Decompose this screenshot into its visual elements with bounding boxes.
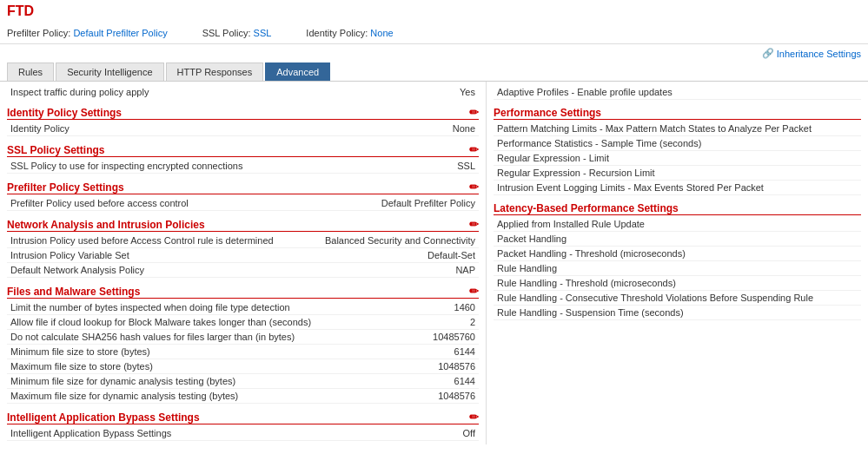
app-header: FTD Prefilter Policy: Default Prefilter … — [0, 0, 868, 82]
rule-handling-suspension-row: Rule Handling - Suspension Time (seconds… — [494, 306, 861, 320]
identity-policy-row: Identity Policy None — [7, 122, 479, 136]
identity-policy-item: Identity Policy: None — [306, 28, 393, 38]
rule-handling-threshold-label: Rule Handling - Threshold (microseconds) — [497, 278, 676, 288]
prefilter-section-header: Prefilter Policy Settings ✏ — [7, 181, 479, 194]
cloud-lookup-value: 2 — [406, 317, 475, 327]
network-analysis-section-header: Network Analysis and Intrusion Policies … — [7, 218, 479, 232]
ssl-policy-title: SSL Policy Settings — [7, 144, 104, 156]
max-store-value: 1048576 — [406, 361, 475, 372]
perf-stats-row: Performance Statistics - Sample Time (se… — [494, 136, 861, 151]
files-malware-section-header: Files and Malware Settings ✏ — [7, 285, 479, 299]
left-panel: Inspect traffic during policy apply Yes … — [0, 82, 487, 444]
identity-policy-value: None — [406, 123, 475, 134]
variable-set-value: Default-Set — [406, 250, 475, 260]
pattern-match-label: Pattern Matching Limits - Max Pattern Ma… — [497, 123, 812, 134]
intelligent-bypass-title: Intelligent Application Bypass Settings — [7, 411, 200, 424]
network-analysis-title: Network Analysis and Intrusion Policies — [7, 219, 205, 231]
intelligent-bypass-value: Off — [406, 428, 475, 438]
pattern-match-row: Pattern Matching Limits - Max Pattern Ma… — [494, 122, 861, 136]
performance-title: Performance Settings — [494, 107, 601, 119]
prefilter-policy-item: Prefilter Policy: Default Prefilter Poli… — [7, 28, 168, 38]
bytes-inspected-value: 1460 — [406, 302, 475, 313]
adaptive-profiles-label: Adaptive Profiles - Enable profile updat… — [497, 87, 673, 97]
prefilter-row-label: Prefilter Policy used before access cont… — [10, 198, 381, 208]
perf-stats-label: Performance Statistics - Sample Time (se… — [497, 138, 701, 148]
tab-security-intelligence[interactable]: Security Intelligence — [56, 63, 163, 81]
inheritance-bar: 🔗 Inheritance Settings — [0, 44, 868, 63]
regex-limit-label: Regular Expression - Limit — [497, 153, 609, 163]
policy-bar: Prefilter Policy: Default Prefilter Poli… — [0, 23, 868, 44]
ssl-label: SSL Policy: — [202, 28, 251, 38]
min-dynamic-value: 6144 — [406, 376, 475, 386]
adaptive-profiles-row: Adaptive Profiles - Enable profile updat… — [494, 85, 861, 100]
intrusion-policy-value: Balanced Security and Connectivity — [325, 235, 475, 246]
ssl-policy-edit-icon[interactable]: ✏ — [469, 143, 479, 156]
intelligent-bypass-label: Intelligent Application Bypass Settings — [10, 428, 406, 438]
intelligent-bypass-row: Intelligent Application Bypass Settings … — [7, 426, 479, 441]
min-dynamic-label: Minimum file size for dynamic analysis t… — [10, 376, 406, 386]
tabs-bar: Rules Security Intelligence HTTP Respons… — [0, 63, 868, 82]
packet-handling-row: Packet Handling — [494, 232, 861, 247]
max-dynamic-row: Maximum file size for dynamic analysis t… — [7, 389, 479, 404]
main-content: Inspect traffic during policy apply Yes … — [0, 82, 868, 444]
latency-title: Latency-Based Performance Settings — [494, 202, 679, 214]
packet-handling-threshold-row: Packet Handling - Threshold (microsecond… — [494, 247, 861, 261]
max-dynamic-value: 1048576 — [406, 391, 475, 401]
rule-handling-threshold-row: Rule Handling - Threshold (microseconds) — [494, 276, 861, 291]
default-nap-label: Default Network Analysis Policy — [10, 265, 406, 275]
inheritance-label: Inheritance Settings — [777, 49, 861, 59]
prefilter-link[interactable]: Default Prefilter Policy — [73, 28, 167, 38]
rule-handling-consecutive-row: Rule Handling - Consecutive Threshold Vi… — [494, 291, 861, 306]
ssl-policy-section-header: SSL Policy Settings ✏ — [7, 143, 479, 157]
tab-advanced[interactable]: Advanced — [265, 63, 330, 81]
variable-set-row: Intrusion Policy Variable Set Default-Se… — [7, 248, 479, 263]
max-store-label: Maximum file size to store (bytes) — [10, 361, 406, 372]
rule-handling-row: Rule Handling — [494, 261, 861, 276]
identity-policy-title: Identity Policy Settings — [7, 107, 122, 119]
tab-http-responses[interactable]: HTTP Responses — [166, 63, 264, 81]
network-analysis-edit-icon[interactable]: ✏ — [469, 218, 479, 231]
default-nap-row: Default Network Analysis Policy NAP — [7, 263, 479, 278]
bytes-inspected-row: Limit the number of bytes inspected when… — [7, 300, 479, 315]
event-logging-label: Intrusion Event Logging Limits - Max Eve… — [497, 182, 764, 193]
default-nap-value: NAP — [406, 265, 475, 275]
intrusion-policy-row: Intrusion Policy used before Access Cont… — [7, 234, 479, 248]
event-logging-row: Intrusion Event Logging Limits - Max Eve… — [494, 181, 861, 195]
prefilter-title: Prefilter Policy Settings — [7, 181, 124, 194]
identity-policy-edit-icon[interactable]: ✏ — [469, 106, 479, 119]
app-title: FTD — [7, 3, 34, 18]
regex-recursion-label: Regular Expression - Recursion Limit — [497, 168, 655, 178]
packet-handling-label: Packet Handling — [497, 234, 567, 244]
identity-link[interactable]: None — [370, 28, 393, 38]
min-store-label: Minimum file size to store (bytes) — [10, 346, 406, 357]
ssl-policy-label: SSL Policy to use for inspecting encrypt… — [10, 161, 406, 171]
min-dynamic-row: Minimum file size for dynamic analysis t… — [7, 374, 479, 389]
ssl-policy-value: SSL — [406, 161, 475, 171]
max-store-row: Maximum file size to store (bytes) 10485… — [7, 359, 479, 374]
right-panel: Adaptive Profiles - Enable profile updat… — [487, 82, 868, 444]
sha256-row: Do not calculate SHA256 hash values for … — [7, 330, 479, 345]
files-malware-edit-icon[interactable]: ✏ — [469, 285, 479, 298]
prefilter-label: Prefilter Policy: — [7, 28, 70, 38]
max-dynamic-label: Maximum file size for dynamic analysis t… — [10, 391, 406, 401]
variable-set-label: Intrusion Policy Variable Set — [10, 250, 406, 260]
identity-policy-label: Identity Policy — [10, 123, 406, 134]
ssl-link[interactable]: SSL — [254, 28, 272, 38]
applied-rule-update-label: Applied from Installed Rule Update — [497, 219, 645, 229]
intrusion-policy-label: Intrusion Policy used before Access Cont… — [10, 235, 325, 246]
rule-handling-label: Rule Handling — [497, 263, 557, 273]
sha256-value: 10485760 — [406, 332, 475, 342]
regex-recursion-row: Regular Expression - Recursion Limit — [494, 166, 861, 181]
min-store-row: Minimum file size to store (bytes) 6144 — [7, 345, 479, 359]
cloud-lookup-row: Allow file if cloud lookup for Block Mal… — [7, 315, 479, 330]
prefilter-edit-icon[interactable]: ✏ — [469, 181, 479, 194]
tab-rules[interactable]: Rules — [7, 63, 54, 81]
cloud-lookup-label: Allow file if cloud lookup for Block Mal… — [10, 317, 406, 327]
sha256-label: Do not calculate SHA256 hash values for … — [10, 332, 406, 342]
rule-handling-consecutive-label: Rule Handling - Consecutive Threshold Vi… — [497, 293, 813, 303]
ssl-policy-row: SSL Policy to use for inspecting encrypt… — [7, 159, 479, 174]
inheritance-link[interactable]: 🔗 Inheritance Settings — [762, 48, 861, 59]
packet-handling-threshold-label: Packet Handling - Threshold (microsecond… — [497, 248, 686, 259]
prefilter-row-value: Default Prefilter Policy — [381, 198, 475, 208]
intelligent-bypass-edit-icon[interactable]: ✏ — [469, 411, 479, 424]
